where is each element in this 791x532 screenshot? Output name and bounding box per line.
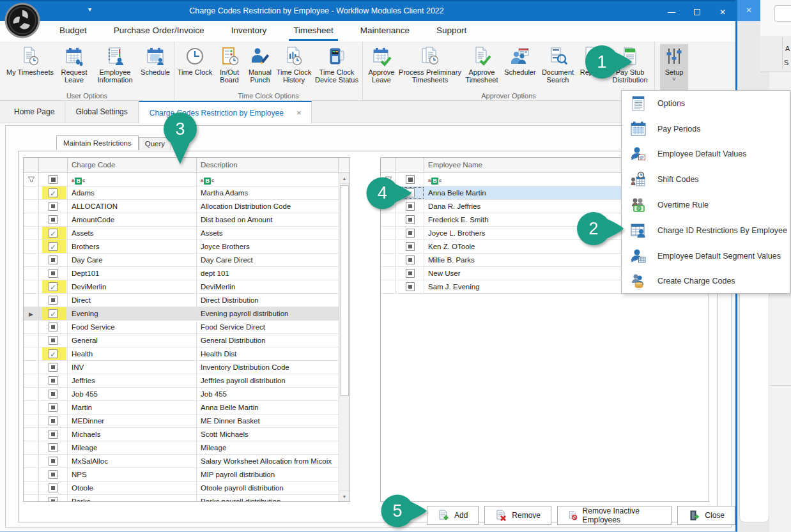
row-checkbox-cell[interactable] xyxy=(396,227,424,239)
row-checkbox-cell[interactable] xyxy=(39,307,68,320)
app-menu-caret-icon[interactable]: ▾ xyxy=(88,6,91,13)
tab-maintain-restrictions[interactable]: Maintain Restrictions xyxy=(56,135,139,150)
charge-code-cell[interactable]: Assets xyxy=(68,227,197,239)
description-cell[interactable]: Joyce Brothers xyxy=(197,240,339,253)
description-cell[interactable]: ME Dinner Basket xyxy=(197,414,339,427)
charge-code-cell[interactable]: Otoole xyxy=(68,482,197,494)
menu-item-pay-periods[interactable]: Pay Periods xyxy=(622,116,790,142)
description-cell[interactable]: Direct Distribution xyxy=(197,294,339,307)
charge-code-row[interactable]: ▶ Day Care Day Care Direct xyxy=(24,254,339,267)
charge-code-cell[interactable]: ALLOCATION xyxy=(68,200,197,213)
charge-code-cell[interactable]: Food Service xyxy=(68,321,197,333)
charge-code-row[interactable]: ▶ MEDinner ME Dinner Basket xyxy=(24,414,339,428)
charge-code-cell[interactable]: Job 455 xyxy=(68,388,197,400)
description-cell[interactable]: Health Dist xyxy=(197,347,339,360)
charge-code-row[interactable]: ▶ Assets Assets xyxy=(24,227,339,240)
row-checkbox-cell[interactable] xyxy=(39,414,68,427)
row-checkbox-cell[interactable] xyxy=(39,401,68,414)
charge-code-row[interactable]: ▶ Brothers Joyce Brothers xyxy=(24,240,339,254)
description-cell[interactable]: Dist based on Amount xyxy=(197,213,339,226)
description-cell[interactable]: General Distribution xyxy=(197,334,339,347)
charge-code-cell[interactable]: Brothers xyxy=(68,240,197,253)
charge-code-cell[interactable]: Day Care xyxy=(68,254,197,266)
charge-code-cell[interactable]: Michaels xyxy=(68,428,197,441)
description-cell[interactable]: Jeffries payroll distribution xyxy=(197,374,339,387)
row-checkbox-cell[interactable] xyxy=(39,213,68,226)
description-cell[interactable]: DeviMerlin xyxy=(197,280,339,293)
row-checkbox-cell[interactable] xyxy=(39,321,68,333)
request-leave-button[interactable]: Request Leave xyxy=(56,44,92,84)
setup-button[interactable]: Setup ˅ xyxy=(660,44,688,91)
row-checkbox-cell[interactable] xyxy=(39,200,68,213)
scheduler-button[interactable]: Scheduler xyxy=(502,44,538,76)
description-cell[interactable]: Salary Worksheet Allocation from Micoix xyxy=(197,455,339,467)
charge-code-cell[interactable]: Parks xyxy=(68,495,197,501)
description-cell[interactable]: Martha Adams xyxy=(197,186,339,199)
column-header-description[interactable]: Description xyxy=(197,158,339,172)
menu-item-shift-codes[interactable]: Shift Codes xyxy=(622,167,790,192)
charge-code-row[interactable]: ▶ Adams Martha Adams xyxy=(24,186,339,200)
description-cell[interactable]: dept 101 xyxy=(197,267,339,280)
charge-code-row[interactable]: ▶ AmountCode Dist based on Amount xyxy=(24,213,339,227)
remove-button[interactable]: Remove xyxy=(484,506,551,525)
row-checkbox-cell[interactable] xyxy=(39,240,68,253)
charge-code-row[interactable]: ▶ General General Distribution xyxy=(24,334,339,347)
menu-tab-budget[interactable]: Budget xyxy=(46,21,100,42)
time-clock-history-button[interactable]: Time Clock History xyxy=(275,44,312,84)
charge-code-cell[interactable]: DeviMerlin xyxy=(68,280,197,293)
header-checkbox-cell[interactable] xyxy=(39,158,68,172)
menu-item-charge-id-restrictions-by-employee[interactable]: Charge ID Restrictions By Employee xyxy=(622,218,790,243)
charge-code-row[interactable]: ▶ Otoole Otoole payroll distribution xyxy=(24,482,339,495)
description-cell[interactable]: Evening payroll distribution xyxy=(197,307,339,320)
scroll-down-arrow-icon[interactable]: ▼ xyxy=(339,490,349,501)
charge-code-cell[interactable]: AmountCode xyxy=(68,213,197,226)
row-checkbox-cell[interactable] xyxy=(39,334,68,347)
charge-code-row[interactable]: ▶ Jeffries Jeffries payroll distribution xyxy=(24,374,339,388)
charge-code-row[interactable]: ▶ Parks Parks payroll distribution xyxy=(24,495,339,501)
filter-cell[interactable] xyxy=(24,173,39,186)
row-checkbox-cell[interactable] xyxy=(39,468,68,481)
charge-code-row[interactable]: ▶ Mileage Mileage xyxy=(24,441,339,455)
filter-checkbox-cell[interactable] xyxy=(39,173,68,186)
scrollbar-thumb[interactable] xyxy=(340,185,349,396)
in-out-board-button[interactable]: In/Out Board xyxy=(214,44,245,84)
menu-item-employee-default-values[interactable]: Employee Default Values xyxy=(622,142,790,167)
description-cell[interactable]: Allocation Distribution Code xyxy=(197,200,339,213)
description-cell[interactable]: Job 455 xyxy=(197,388,339,400)
my-timesheets-button[interactable]: My Timesheets xyxy=(4,44,56,76)
row-checkbox-cell[interactable] xyxy=(39,280,68,293)
menu-tab-purchase-order-invoice[interactable]: Purchase Order/Invoice xyxy=(100,21,218,42)
remove-inactive-employees-button[interactable]: Remove Inactive Employees xyxy=(557,506,672,525)
scroll-up-arrow-icon[interactable]: ▲ xyxy=(339,173,349,184)
manual-punch-button[interactable]: Manual Punch xyxy=(245,44,275,84)
time-clock-device-status-button[interactable]: Time Clock Device Status xyxy=(312,44,361,84)
menu-tab-support[interactable]: Support xyxy=(423,21,480,42)
charge-code-cell[interactable]: Jeffries xyxy=(68,374,197,387)
description-cell[interactable]: Food Service Direct xyxy=(197,321,339,333)
header-checkbox-cell[interactable] xyxy=(396,158,424,172)
row-checkbox-cell[interactable] xyxy=(39,388,68,400)
row-checkbox-cell[interactable] xyxy=(39,267,68,280)
charge-code-cell[interactable]: NPS xyxy=(68,468,197,481)
charge-code-row[interactable]: ▶ Job 455 Job 455 xyxy=(24,388,339,401)
maximize-button[interactable] xyxy=(684,1,710,22)
schedule-button[interactable]: Schedule xyxy=(138,44,173,76)
row-checkbox-cell[interactable] xyxy=(39,347,68,360)
charge-code-cell[interactable]: MEDinner xyxy=(68,414,197,427)
menu-item-employee-default-segment-values[interactable]: Employee Default Segment Values xyxy=(622,243,790,269)
charge-code-row[interactable]: ▶ Health Health Dist xyxy=(24,347,339,361)
charge-code-cell[interactable]: General xyxy=(68,334,197,347)
charge-code-cell[interactable]: Direct xyxy=(68,294,197,307)
description-cell[interactable]: Day Care Direct xyxy=(197,254,339,266)
description-cell[interactable]: Otoole payroll distribution xyxy=(197,482,339,494)
row-checkbox-cell[interactable] xyxy=(396,240,424,253)
tab-close-icon[interactable]: × xyxy=(296,108,302,118)
menu-tab-timesheet[interactable]: Timesheet xyxy=(280,21,347,42)
row-checkbox-cell[interactable] xyxy=(39,254,68,266)
menu-item-create-charge-codes[interactable]: Create Charge Codes xyxy=(622,269,790,294)
document-search-button[interactable]: Document Search xyxy=(538,44,578,84)
charge-code-row[interactable]: ▶ Food Service Food Service Direct xyxy=(24,321,339,334)
row-checkbox-cell[interactable] xyxy=(39,441,68,454)
description-cell[interactable]: Mileage xyxy=(197,441,339,454)
description-cell[interactable]: Anna Belle Martin xyxy=(197,401,339,414)
